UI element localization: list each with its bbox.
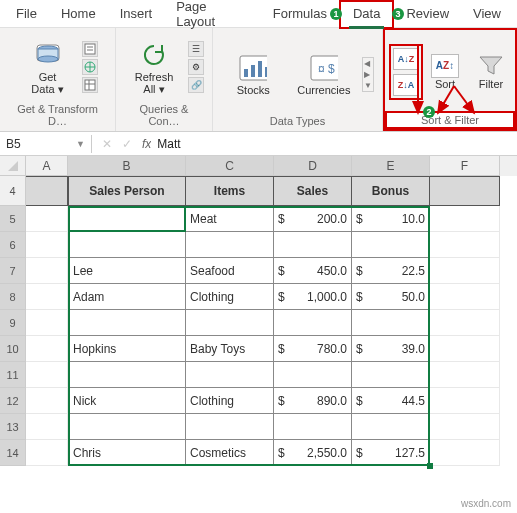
cell-D7[interactable]: $450.0 — [274, 258, 352, 284]
cell-E11[interactable] — [352, 362, 430, 388]
col-header-e[interactable]: E — [352, 156, 430, 176]
cell-C14[interactable]: Cosmetics — [186, 440, 274, 466]
refresh-all-button[interactable]: Refresh All ▾ — [124, 41, 184, 96]
cell-C9[interactable] — [186, 310, 274, 336]
cell-D12[interactable]: $890.0 — [274, 388, 352, 414]
cell-D9[interactable] — [274, 310, 352, 336]
tab-home[interactable]: Home — [49, 2, 108, 27]
header-items[interactable]: Items — [186, 176, 274, 206]
col-header-b[interactable]: B — [68, 156, 186, 176]
col-header-d[interactable]: D — [274, 156, 352, 176]
header-sales[interactable]: Sales — [274, 176, 352, 206]
cell-D14[interactable]: $2,550.0 — [274, 440, 352, 466]
tab-formulas[interactable]: Formulas — [261, 2, 339, 27]
cell-B6[interactable] — [68, 232, 186, 258]
cell-F11[interactable] — [430, 362, 500, 388]
row-header-8[interactable]: 8 — [0, 284, 26, 310]
cell-D10[interactable]: $780.0 — [274, 336, 352, 362]
cell-C7[interactable]: Seafood — [186, 258, 274, 284]
cell-B14[interactable]: Chris — [68, 440, 186, 466]
cell-B8[interactable]: Adam — [68, 284, 186, 310]
properties-icon[interactable]: ⚙ — [188, 59, 204, 75]
row-header-13[interactable]: 13 — [0, 414, 26, 440]
header-sales-person[interactable]: Sales Person — [68, 176, 186, 206]
col-header-f[interactable]: F — [430, 156, 500, 176]
cell-A10[interactable] — [26, 336, 68, 362]
cell-E13[interactable] — [352, 414, 430, 440]
row-header-7[interactable]: 7 — [0, 258, 26, 284]
edit-links-icon[interactable]: 🔗 — [188, 77, 204, 93]
sort-za-button[interactable]: Z↓A — [393, 74, 419, 96]
row-header-14[interactable]: 14 — [0, 440, 26, 466]
row-header-6[interactable]: 6 — [0, 232, 26, 258]
tab-insert[interactable]: Insert — [108, 2, 165, 27]
cell-F5[interactable] — [430, 206, 500, 232]
cell-A5[interactable] — [26, 206, 68, 232]
stocks-button[interactable]: Stocks — [221, 54, 286, 96]
cell-C10[interactable]: Baby Toys — [186, 336, 274, 362]
cell-F6[interactable] — [430, 232, 500, 258]
name-box-dropdown-icon[interactable]: ▼ — [76, 139, 85, 149]
cell-F7[interactable] — [430, 258, 500, 284]
row-header-10[interactable]: 10 — [0, 336, 26, 362]
tab-view[interactable]: View — [461, 2, 513, 27]
header-bonus[interactable]: Bonus — [352, 176, 430, 206]
datatypes-more-icon[interactable]: ▼ — [364, 81, 372, 90]
cell-B12[interactable]: Nick — [68, 388, 186, 414]
filter-button[interactable]: Filter — [471, 54, 511, 90]
cell-E6[interactable] — [352, 232, 430, 258]
datatypes-next-icon[interactable]: ▶ — [364, 70, 372, 79]
cell-F4[interactable] — [430, 176, 500, 206]
cell-F8[interactable] — [430, 284, 500, 310]
fx-icon[interactable]: fx — [142, 137, 151, 151]
tab-file[interactable]: File — [4, 2, 49, 27]
name-box[interactable]: B5 ▼ — [0, 135, 92, 153]
currencies-button[interactable]: ¤$ Currencies — [292, 54, 357, 96]
cancel-formula-icon[interactable]: ✕ — [102, 137, 112, 151]
col-header-c[interactable]: C — [186, 156, 274, 176]
cell-E5[interactable]: $10.0 — [352, 206, 430, 232]
cell-F12[interactable] — [430, 388, 500, 414]
cell-C6[interactable] — [186, 232, 274, 258]
tab-review[interactable]: Review — [394, 2, 461, 27]
cell-A9[interactable] — [26, 310, 68, 336]
cell-A13[interactable] — [26, 414, 68, 440]
cell-E10[interactable]: $39.0 — [352, 336, 430, 362]
cell-E9[interactable] — [352, 310, 430, 336]
cell-A7[interactable] — [26, 258, 68, 284]
cell-C13[interactable] — [186, 414, 274, 440]
enter-formula-icon[interactable]: ✓ — [122, 137, 132, 151]
cell-B7[interactable]: Lee — [68, 258, 186, 284]
from-text-csv-icon[interactable] — [82, 41, 98, 57]
row-header-4[interactable]: 4 — [0, 176, 26, 206]
cell-A8[interactable] — [26, 284, 68, 310]
col-header-a[interactable]: A — [26, 156, 68, 176]
cell-F13[interactable] — [430, 414, 500, 440]
cell-C8[interactable]: Clothing — [186, 284, 274, 310]
cell-E7[interactable]: $22.5 — [352, 258, 430, 284]
cell-B10[interactable]: Hopkins — [68, 336, 186, 362]
cell-D13[interactable] — [274, 414, 352, 440]
tab-data[interactable]: Data — [339, 0, 394, 29]
cell-C11[interactable] — [186, 362, 274, 388]
queries-icon[interactable]: ☰ — [188, 41, 204, 57]
cell-D6[interactable] — [274, 232, 352, 258]
sort-button[interactable]: AZ↕ Sort — [427, 54, 463, 90]
cell-B5[interactable]: Matt — [68, 206, 186, 232]
cell-A6[interactable] — [26, 232, 68, 258]
row-header-12[interactable]: 12 — [0, 388, 26, 414]
cell-E12[interactable]: $44.5 — [352, 388, 430, 414]
cell-A11[interactable] — [26, 362, 68, 388]
cell-C5[interactable]: Meat — [186, 206, 274, 232]
tab-page-layout[interactable]: Page Layout — [164, 0, 261, 35]
cell-F10[interactable] — [430, 336, 500, 362]
cell-D5[interactable]: $200.0 — [274, 206, 352, 232]
row-header-9[interactable]: 9 — [0, 310, 26, 336]
cell-D11[interactable] — [274, 362, 352, 388]
get-data-button[interactable]: Get Data ▾ — [18, 41, 78, 96]
cell-E8[interactable]: $50.0 — [352, 284, 430, 310]
cell-B13[interactable] — [68, 414, 186, 440]
formula-input[interactable] — [151, 137, 307, 151]
cell-E14[interactable]: $127.5 — [352, 440, 430, 466]
sort-az-button[interactable]: A↓Z — [393, 48, 419, 70]
